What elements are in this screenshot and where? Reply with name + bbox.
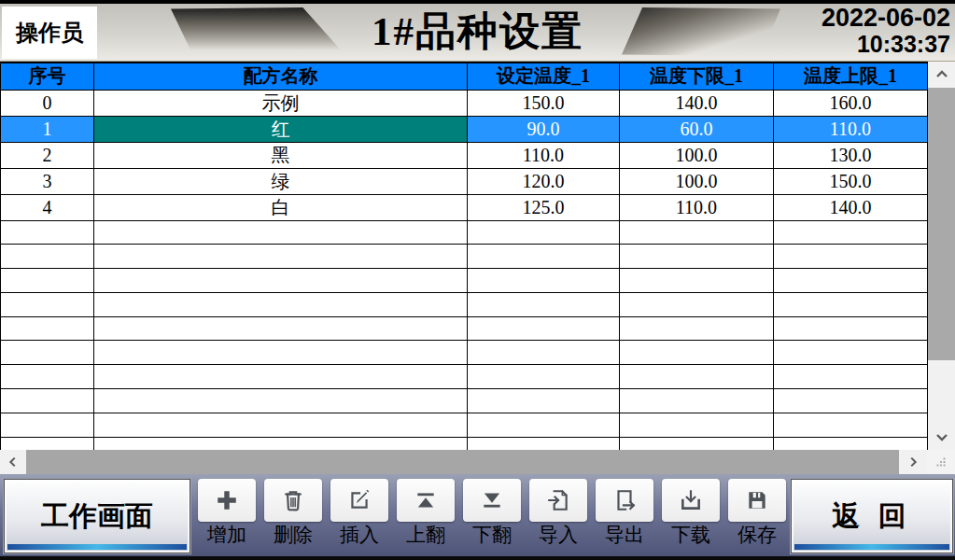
table-cell[interactable] — [620, 316, 774, 341]
scroll-up-button[interactable] — [928, 62, 955, 88]
table-cell[interactable] — [468, 269, 620, 293]
table-cell[interactable] — [94, 341, 468, 365]
table-cell[interactable] — [94, 245, 468, 269]
table-cell[interactable] — [94, 292, 468, 316]
table-row[interactable]: 1红90.060.0110.0 — [1, 116, 928, 142]
table-row[interactable]: 2黑110.0100.0130.0 — [1, 142, 928, 168]
table-cell[interactable] — [468, 245, 620, 269]
page-up-button[interactable]: 上翻 — [397, 479, 455, 545]
table-cell[interactable] — [774, 365, 928, 389]
table-cell[interactable] — [94, 365, 468, 389]
operator-level-button[interactable]: 操作员 — [2, 7, 97, 59]
scroll-right-button[interactable] — [899, 450, 927, 474]
export-button[interactable]: 导出 — [596, 479, 653, 545]
add-button[interactable]: 增加 — [198, 479, 256, 545]
table-row-empty[interactable] — [1, 316, 928, 341]
table-cell[interactable] — [94, 413, 468, 437]
horizontal-scrollbar-track[interactable] — [26, 450, 899, 474]
table-cell[interactable] — [1, 245, 94, 269]
table-cell[interactable] — [468, 389, 620, 413]
table-cell[interactable] — [468, 413, 620, 437]
table-cell[interactable] — [774, 341, 928, 365]
table-row-empty[interactable] — [1, 413, 928, 437]
table-cell[interactable] — [774, 437, 928, 450]
table-cell[interactable] — [620, 389, 774, 413]
table-cell[interactable] — [620, 292, 774, 316]
table-cell[interactable]: 150.0 — [468, 90, 620, 116]
table-cell[interactable] — [468, 365, 620, 389]
table-cell[interactable] — [94, 269, 468, 293]
table-cell[interactable]: 110.0 — [620, 194, 774, 220]
table-cell[interactable] — [620, 220, 774, 245]
table-row[interactable]: 0示例150.0140.0160.0 — [1, 90, 928, 116]
table-cell[interactable]: 60.0 — [620, 116, 774, 142]
vertical-scrollbar[interactable] — [927, 62, 955, 450]
table-cell[interactable] — [1, 316, 94, 341]
table-cell[interactable] — [1, 220, 94, 245]
table-cell[interactable]: 110.0 — [468, 142, 620, 168]
table-cell[interactable]: 4 — [1, 194, 94, 220]
table-cell[interactable]: 绿 — [94, 168, 468, 194]
table-cell[interactable]: 150.0 — [774, 168, 928, 194]
table-cell[interactable]: 140.0 — [620, 90, 774, 116]
table-cell[interactable] — [1, 341, 94, 365]
table-cell[interactable] — [1, 365, 94, 389]
table-cell[interactable] — [468, 316, 620, 341]
table-cell[interactable] — [1, 413, 94, 437]
table-cell[interactable] — [94, 220, 468, 245]
table-row-empty[interactable] — [1, 365, 928, 389]
table-cell[interactable]: 0 — [1, 90, 94, 116]
table-cell[interactable]: 红 — [94, 116, 468, 142]
table-cell[interactable] — [468, 341, 620, 365]
table-cell[interactable]: 100.0 — [620, 168, 774, 194]
table-row-empty[interactable] — [1, 389, 928, 413]
delete-button[interactable]: 删除 — [264, 479, 322, 545]
table-row[interactable]: 4白125.0110.0140.0 — [1, 194, 928, 220]
table-cell[interactable] — [774, 245, 928, 269]
table-cell[interactable]: 黑 — [94, 142, 468, 168]
table-cell[interactable]: 1 — [1, 116, 94, 142]
scroll-down-button[interactable] — [928, 424, 955, 450]
table-cell[interactable]: 120.0 — [468, 168, 620, 194]
table-cell[interactable] — [774, 316, 928, 341]
save-button[interactable]: 保存 — [728, 479, 786, 545]
table-cell[interactable] — [774, 292, 928, 316]
work-screen-button[interactable]: 工作画面 — [4, 479, 190, 553]
table-cell[interactable] — [620, 365, 774, 389]
table-row-empty[interactable] — [1, 245, 928, 269]
download-button[interactable]: 下载 — [662, 479, 720, 545]
table-row-empty[interactable] — [1, 269, 928, 293]
table-cell[interactable] — [94, 437, 468, 450]
horizontal-scrollbar[interactable] — [0, 450, 955, 474]
table-cell[interactable] — [620, 245, 774, 269]
table-cell[interactable] — [468, 220, 620, 245]
table-row-empty[interactable] — [1, 437, 928, 450]
table-row-empty[interactable] — [1, 341, 928, 365]
return-button[interactable]: 返 回 — [791, 479, 953, 553]
table-cell[interactable] — [774, 269, 928, 293]
vertical-scrollbar-thumb[interactable] — [928, 88, 955, 360]
table-row-empty[interactable] — [1, 292, 928, 316]
table-cell[interactable]: 160.0 — [774, 90, 928, 116]
table-cell[interactable]: 示例 — [94, 90, 468, 116]
table-cell[interactable]: 3 — [1, 168, 94, 194]
table-cell[interactable] — [1, 269, 94, 293]
table-cell[interactable] — [468, 437, 620, 450]
table-cell[interactable] — [774, 220, 928, 245]
table-cell[interactable]: 白 — [94, 194, 468, 220]
insert-button[interactable]: 插入 — [330, 479, 388, 545]
table-cell[interactable]: 110.0 — [774, 116, 928, 142]
table-cell[interactable] — [468, 292, 620, 316]
table-cell[interactable]: 90.0 — [468, 116, 620, 142]
resize-grip[interactable] — [927, 450, 955, 474]
scroll-left-button[interactable] — [0, 450, 26, 474]
table-cell[interactable] — [94, 389, 468, 413]
table-cell[interactable] — [774, 389, 928, 413]
table-cell[interactable]: 100.0 — [620, 142, 774, 168]
page-down-button[interactable]: 下翻 — [463, 479, 521, 545]
table-cell[interactable] — [620, 341, 774, 365]
table-cell[interactable] — [1, 389, 94, 413]
table-cell[interactable] — [1, 292, 94, 316]
table-cell[interactable] — [94, 316, 468, 341]
table-cell[interactable] — [620, 413, 774, 437]
